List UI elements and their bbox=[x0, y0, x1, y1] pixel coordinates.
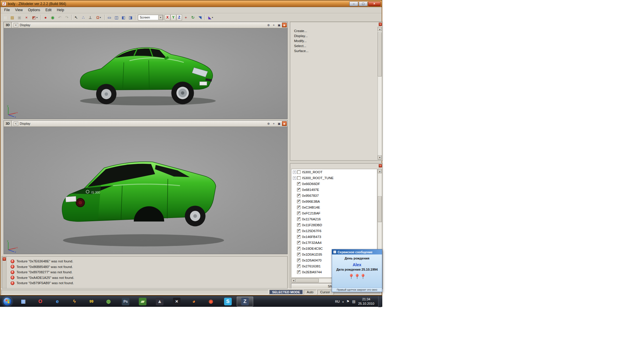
zoom-icon[interactable]: ⊕ bbox=[266, 121, 271, 126]
snap-magnet-icon[interactable]: Ω bbox=[94, 14, 104, 21]
taskbar-photoshop-icon[interactable]: Ps bbox=[117, 297, 134, 307]
log-close-icon[interactable] bbox=[3, 257, 6, 261]
taskbar-opera-icon[interactable]: O bbox=[32, 297, 49, 307]
taskbar-media-icon[interactable]: ◉ bbox=[203, 297, 219, 307]
scroll-up-icon[interactable] bbox=[378, 169, 382, 173]
visibility-checkbox[interactable] bbox=[297, 229, 301, 233]
viewport-mode-tab[interactable]: 3D bbox=[4, 121, 12, 126]
restore-button[interactable]: ▢ bbox=[359, 1, 368, 6]
expand-icon[interactable] bbox=[293, 171, 296, 174]
viewport-layout-3-icon[interactable]: ◧ bbox=[120, 14, 127, 21]
visibility-checkbox[interactable] bbox=[297, 259, 301, 262]
language-indicator[interactable]: RU bbox=[335, 300, 340, 303]
minimize-button[interactable]: – bbox=[349, 1, 358, 6]
viewport-back-button[interactable]: < bbox=[14, 121, 18, 126]
close-button[interactable]: × bbox=[368, 1, 381, 6]
show-desktop-button[interactable] bbox=[378, 296, 381, 307]
taskbar-browser-icon[interactable]: ◍ bbox=[100, 297, 117, 307]
menu-item[interactable]: Edit bbox=[43, 7, 54, 13]
pan-icon[interactable]: + bbox=[271, 23, 276, 27]
viewport-layout-2-icon[interactable]: ◫ bbox=[113, 14, 120, 21]
taskbar-ie-icon[interactable]: e bbox=[49, 297, 66, 307]
taskbar-game-icon[interactable]: ▲ bbox=[151, 297, 168, 307]
scroll-down-icon[interactable] bbox=[378, 155, 382, 159]
scale-tool-icon[interactable]: ◥ bbox=[196, 14, 203, 21]
visibility-checkbox[interactable] bbox=[297, 188, 301, 192]
rotate-tool-icon[interactable]: ↻ bbox=[189, 14, 196, 21]
visibility-checkbox[interactable] bbox=[297, 176, 301, 180]
scrollbar[interactable] bbox=[378, 27, 382, 160]
tree-item[interactable]: 0x1176A216 bbox=[291, 216, 377, 222]
tree-item[interactable]: IS300_ROOT_TUNE bbox=[291, 175, 377, 181]
viewport-view-label[interactable]: Display bbox=[20, 122, 30, 125]
open-file-icon[interactable]: ▨ bbox=[9, 14, 16, 21]
taskbar-modeling-icon[interactable]: × bbox=[168, 297, 185, 307]
command-menu-item[interactable]: Surface... bbox=[291, 49, 377, 54]
panel-close-icon[interactable] bbox=[379, 164, 382, 167]
visibility-checkbox[interactable] bbox=[297, 200, 301, 203]
taskbar-firefox-icon[interactable]: ◕ bbox=[186, 297, 202, 307]
viewport-alert-icon[interactable]: ▦ bbox=[282, 121, 287, 126]
vertices-mode-icon[interactable]: ∴ bbox=[80, 14, 87, 21]
menu-item[interactable]: Options bbox=[25, 7, 43, 13]
maximize-icon[interactable]: ▣ bbox=[277, 121, 281, 126]
command-menu-item[interactable]: Modify... bbox=[291, 39, 377, 44]
visibility-checkbox[interactable] bbox=[297, 264, 301, 268]
visibility-checkbox[interactable] bbox=[297, 253, 301, 256]
tree-item[interactable]: 0x996E3BA bbox=[291, 199, 377, 204]
viewport-layout-1-icon[interactable]: ▭ bbox=[106, 14, 113, 21]
visibility-checkbox[interactable] bbox=[297, 217, 301, 221]
pivot-icon[interactable]: ⊥ bbox=[87, 14, 94, 21]
visibility-checkbox[interactable] bbox=[297, 182, 301, 186]
tray-expand-icon[interactable]: ▴ bbox=[342, 300, 344, 303]
pan-icon[interactable]: + bbox=[271, 121, 276, 126]
taskbar-messenger-icon[interactable]: 99 bbox=[83, 297, 100, 307]
viewport-layout-4-icon[interactable]: ◨ bbox=[127, 14, 134, 21]
start-button[interactable] bbox=[3, 297, 12, 306]
taskbar-skype-icon[interactable]: S bbox=[220, 297, 236, 307]
visibility-checkbox[interactable] bbox=[297, 194, 301, 197]
expand-icon[interactable] bbox=[293, 176, 296, 180]
tree-item[interactable]: 0x146FB473 bbox=[291, 234, 377, 240]
viewport-mode-tab[interactable]: 3D bbox=[4, 22, 12, 28]
select-icon[interactable]: ↖ bbox=[73, 14, 80, 21]
visibility-checkbox[interactable] bbox=[297, 241, 301, 244]
zoom-icon[interactable]: ⊕ bbox=[266, 23, 271, 27]
visibility-checkbox[interactable] bbox=[297, 270, 301, 274]
taskbar-clock[interactable]: 21:34 25.10.2010 bbox=[358, 297, 374, 306]
taskbar-grid-icon[interactable]: ▦ bbox=[15, 297, 31, 307]
viewport-view-label[interactable]: Display bbox=[20, 23, 30, 27]
visibility-checkbox[interactable] bbox=[297, 212, 301, 215]
tree-item[interactable]: 0xFC21BAF bbox=[291, 210, 377, 216]
viewport-canvas[interactable]: IS 300 y x z bbox=[4, 127, 287, 254]
tree-item[interactable]: 0x681497E bbox=[291, 187, 377, 193]
tree-item[interactable]: 0xC34B14E bbox=[291, 204, 377, 210]
visibility-checkbox[interactable] bbox=[297, 223, 301, 227]
tree-item[interactable]: 0x17F32AA4 bbox=[291, 240, 377, 246]
visibility-checkbox[interactable] bbox=[297, 170, 301, 174]
menu-item[interactable]: View bbox=[12, 7, 25, 13]
tree-item[interactable]: 0x9567837 bbox=[291, 193, 377, 199]
chevron-down-icon[interactable] bbox=[158, 15, 163, 20]
visibility-checkbox[interactable] bbox=[297, 206, 301, 209]
service-message-popup[interactable]: Сервисное сообщение День рождения Alex Д… bbox=[332, 249, 382, 292]
light-tool-icon[interactable]: ◣ bbox=[206, 14, 216, 21]
taskbar-winamp-icon[interactable]: ϟ bbox=[66, 297, 83, 307]
visibility-checkbox[interactable] bbox=[297, 247, 301, 250]
menu-item[interactable]: Help bbox=[54, 7, 67, 13]
scroll-up-icon[interactable] bbox=[378, 27, 382, 31]
scroll-thumb[interactable] bbox=[296, 279, 319, 282]
scroll-thumb[interactable] bbox=[378, 196, 382, 222]
delete-icon[interactable]: × bbox=[23, 14, 30, 21]
tray-network-icon[interactable]: ▤ bbox=[352, 300, 356, 303]
tray-flag-icon[interactable]: ⚑ bbox=[346, 300, 350, 303]
viewport-canvas[interactable]: y x z bbox=[4, 28, 287, 119]
filters-icon[interactable]: ◉ bbox=[49, 14, 56, 21]
panel-close-icon[interactable] bbox=[379, 23, 382, 26]
maximize-icon[interactable]: ▣ bbox=[277, 23, 281, 27]
axis-z-button[interactable]: Z bbox=[176, 14, 182, 21]
scroll-left-icon[interactable] bbox=[291, 279, 296, 282]
axis-x-button[interactable]: X bbox=[165, 14, 170, 21]
menu-item[interactable]: File bbox=[1, 7, 12, 13]
command-menu-item[interactable]: Create... bbox=[291, 29, 377, 34]
